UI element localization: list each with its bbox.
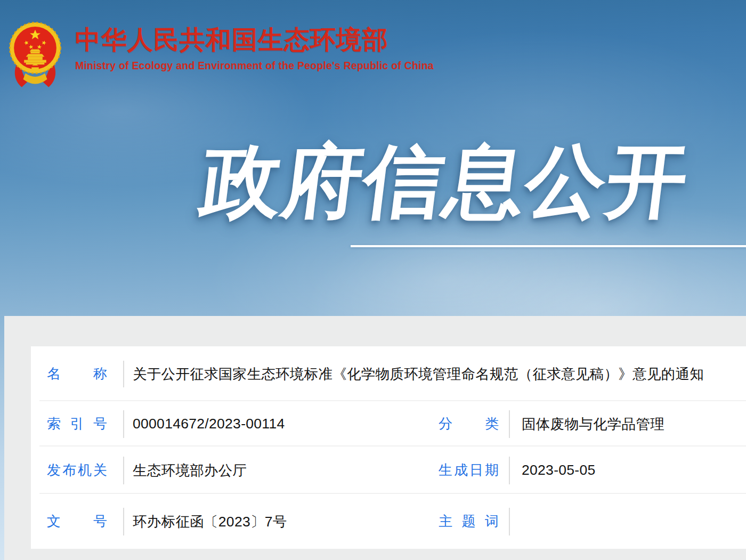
field-label-issuer: 发布机关: [47, 462, 107, 478]
info-row-issuer-date: 发布机关 生态环境部办公厅 生成日期 2023-05-05: [31, 447, 746, 494]
banner-title: 政府信息公开: [191, 132, 699, 231]
field-label-keywords: 主题词: [439, 513, 499, 530]
field-value-doc-no: 环办标征函〔2023〕7号: [133, 512, 439, 531]
field-divider: [509, 410, 510, 438]
national-emblem-icon: [7, 12, 63, 91]
field-divider: [123, 508, 124, 535]
info-panel: 名称 关于公开征求国家生态环境标准《化学物质环境管理命名规范（征求意见稿）》意见…: [4, 316, 746, 560]
ministry-title-en: Ministry of Ecology and Environment of t…: [75, 60, 434, 72]
field-value-category: 固体废物与化学品管理: [522, 415, 746, 434]
field-label-category: 分类: [439, 416, 499, 432]
field-divider: [509, 508, 510, 535]
field-divider: [123, 361, 124, 387]
site-header: 中华人民共和国生态环境部 Ministry of Ecology and Env…: [0, 0, 746, 96]
info-row-name: 名称 关于公开征求国家生态环境标准《化学物质环境管理命名规范（征求意见稿）》意见…: [31, 346, 746, 401]
banner-underline: [351, 245, 746, 247]
info-card: 名称 关于公开征求国家生态环境标准《化学物质环境管理命名规范（征求意见稿）》意见…: [31, 346, 746, 549]
field-value-index-no: 000014672/2023-00114: [133, 416, 439, 432]
field-value-date: 2023-05-05: [522, 462, 746, 478]
field-value-issuer: 生态环境部办公厅: [133, 461, 439, 480]
field-divider: [123, 410, 124, 438]
info-row-index-category: 索引号 000014672/2023-00114 分类 固体废物与化学品管理: [31, 401, 746, 447]
ministry-title-cn: 中华人民共和国生态环境部: [75, 25, 434, 55]
field-value-name: 关于公开征求国家生态环境标准《化学物质环境管理命名规范（征求意见稿）》意见的通知: [133, 364, 704, 384]
field-label-doc-no: 文号: [47, 513, 107, 530]
field-divider: [123, 457, 124, 484]
field-label-date: 生成日期: [439, 462, 499, 478]
field-divider: [509, 457, 510, 484]
info-row-docno-keywords: 文号 环办标征函〔2023〕7号 主题词: [31, 494, 746, 549]
field-label-name: 名称: [47, 366, 107, 382]
field-label-index-no: 索引号: [47, 416, 107, 432]
